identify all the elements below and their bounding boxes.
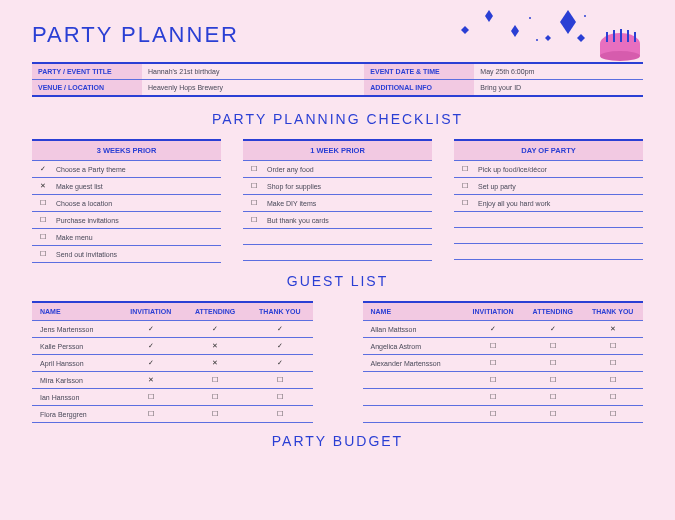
guest-invitation-mark[interactable]: ✓ (118, 338, 183, 355)
checklist-item[interactable] (454, 212, 643, 228)
checklist-item[interactable]: ☐Make DIY items (243, 195, 432, 212)
checklist-item[interactable] (454, 244, 643, 260)
checkbox-icon[interactable]: ✕ (38, 182, 48, 190)
guest-thankyou-mark[interactable]: ☐ (582, 372, 643, 389)
guest-thankyou-mark[interactable]: ☐ (582, 389, 643, 406)
checklist-item[interactable]: ☐Pick up food/ice/décor (454, 161, 643, 178)
guest-row[interactable]: ☐☐☐ (363, 389, 644, 406)
checklist-item-label: Order any food (267, 166, 314, 173)
checklist-item[interactable]: ☐Choose a location (32, 195, 221, 212)
svg-point-11 (600, 51, 640, 61)
guest-invitation-mark[interactable]: ☐ (118, 406, 183, 423)
checklist-item[interactable] (454, 228, 643, 244)
guest-invitation-mark[interactable]: ✓ (118, 355, 183, 372)
checklist-column-header: 3 WEEKS PRIOR (32, 139, 221, 161)
guest-row[interactable]: April Hansson✓✕✓ (32, 355, 313, 372)
checklist-item[interactable]: ☐Set up party (454, 178, 643, 195)
checkbox-icon[interactable]: ✓ (38, 165, 48, 173)
guest-row[interactable]: Ian Hansson☐☐☐ (32, 389, 313, 406)
checklist-column: DAY OF PARTY☐Pick up food/ice/décor☐Set … (454, 139, 643, 263)
guest-name (363, 389, 464, 406)
checkbox-icon[interactable]: ☐ (38, 233, 48, 241)
guest-attending-mark[interactable]: ☐ (183, 406, 247, 423)
checklist-item[interactable]: ✓Choose a Party theme (32, 161, 221, 178)
checklist-item[interactable]: ☐Shop for supplies (243, 178, 432, 195)
guest-thankyou-mark[interactable]: ✓ (247, 321, 312, 338)
checkbox-icon[interactable]: ☐ (249, 216, 259, 224)
guest-thankyou-mark[interactable]: ☐ (582, 355, 643, 372)
svg-marker-0 (461, 26, 469, 34)
checkbox-icon[interactable]: ☐ (249, 199, 259, 207)
col-name: NAME (32, 302, 118, 321)
checklist-item[interactable]: ✕Make guest list (32, 178, 221, 195)
guest-attending-mark[interactable]: ✕ (183, 355, 247, 372)
guest-row[interactable]: Alexander Martensson☐☐☐ (363, 355, 644, 372)
guest-attending-mark[interactable]: ☐ (523, 389, 582, 406)
checklist-item[interactable] (243, 229, 432, 245)
guest-row[interactable]: Allan Mattsson✓✓✕ (363, 321, 644, 338)
guest-row[interactable]: Angelica Astrom☐☐☐ (363, 338, 644, 355)
checklist-item[interactable]: ☐Make menu (32, 229, 221, 246)
guest-invitation-mark[interactable]: ☐ (463, 355, 523, 372)
checklist-item[interactable] (243, 245, 432, 261)
guest-thankyou-mark[interactable]: ☐ (582, 406, 643, 423)
checklist-column-header: 1 WEEK PRIOR (243, 139, 432, 161)
guest-invitation-mark[interactable]: ✓ (118, 321, 183, 338)
guest-row[interactable]: Kalle Persson✓✕✓ (32, 338, 313, 355)
guest-thankyou-mark[interactable]: ✓ (247, 338, 312, 355)
guest-thankyou-mark[interactable]: ☐ (582, 338, 643, 355)
svg-marker-4 (545, 35, 551, 41)
checkbox-icon[interactable]: ☐ (249, 165, 259, 173)
checklist-item-label: Make menu (56, 234, 93, 241)
guest-columns: NAME INVITIATION ATTENDING THANK YOU Jen… (32, 301, 643, 423)
checklist-item[interactable]: ☐Order any food (243, 161, 432, 178)
checkbox-icon[interactable]: ☐ (249, 182, 259, 190)
guest-invitation-mark[interactable]: ☐ (463, 338, 523, 355)
guest-invitation-mark[interactable]: ☐ (463, 406, 523, 423)
guest-thankyou-mark[interactable]: ✓ (247, 355, 312, 372)
guest-row[interactable]: Jens Martensson✓✓✓ (32, 321, 313, 338)
checkbox-icon[interactable]: ☐ (460, 182, 470, 190)
checkbox-icon[interactable]: ☐ (460, 199, 470, 207)
value-event-date[interactable]: May 25th 6:00pm (474, 63, 643, 80)
guest-invitation-mark[interactable]: ✕ (118, 372, 183, 389)
guest-row[interactable]: ☐☐☐ (363, 372, 644, 389)
guest-attending-mark[interactable]: ☐ (523, 372, 582, 389)
checklist-item[interactable]: ☐But thank you cards (243, 212, 432, 229)
guest-invitation-mark[interactable]: ☐ (463, 389, 523, 406)
guest-thankyou-mark[interactable]: ☐ (247, 372, 312, 389)
checklist-item-label: Make DIY items (267, 200, 316, 207)
guest-attending-mark[interactable]: ☐ (183, 389, 247, 406)
value-party-title[interactable]: Hannah's 21st birthday (142, 63, 364, 80)
guest-attending-mark[interactable]: ✓ (183, 321, 247, 338)
guest-row[interactable]: ☐☐☐ (363, 406, 644, 423)
value-additional[interactable]: Bring your ID (474, 80, 643, 97)
guest-invitation-mark[interactable]: ✓ (463, 321, 523, 338)
guest-row[interactable]: Mira Karlsson✕☐☐ (32, 372, 313, 389)
guest-row[interactable]: Flora Berggren☐☐☐ (32, 406, 313, 423)
checklist-item[interactable]: ☐Purchase invitations (32, 212, 221, 229)
guest-invitation-mark[interactable]: ☐ (118, 389, 183, 406)
checklist-item[interactable]: ☐Send out invitations (32, 246, 221, 263)
svg-point-6 (529, 17, 531, 19)
guest-invitation-mark[interactable]: ☐ (463, 372, 523, 389)
checklist-item-label: Make guest list (56, 183, 103, 190)
guest-attending-mark[interactable]: ☐ (523, 355, 582, 372)
value-venue[interactable]: Heavenly Hops Brewery (142, 80, 364, 97)
checkbox-icon[interactable]: ☐ (38, 216, 48, 224)
guest-attending-mark[interactable]: ☐ (523, 338, 582, 355)
col-invitation: INVITIATION (118, 302, 183, 321)
guest-thankyou-mark[interactable]: ☐ (247, 389, 312, 406)
guest-attending-mark[interactable]: ✓ (523, 321, 582, 338)
guest-thankyou-mark[interactable]: ✕ (582, 321, 643, 338)
guest-thankyou-mark[interactable]: ☐ (247, 406, 312, 423)
checklist-item[interactable]: ☐Enjoy all you hard work (454, 195, 643, 212)
guest-attending-mark[interactable]: ✕ (183, 338, 247, 355)
checkbox-icon[interactable]: ☐ (38, 250, 48, 258)
checkbox-icon[interactable]: ☐ (460, 165, 470, 173)
guest-attending-mark[interactable]: ☐ (183, 372, 247, 389)
checkbox-icon[interactable]: ☐ (38, 199, 48, 207)
guest-attending-mark[interactable]: ☐ (523, 406, 582, 423)
svg-marker-5 (577, 34, 585, 42)
guest-name: Ian Hansson (32, 389, 118, 406)
